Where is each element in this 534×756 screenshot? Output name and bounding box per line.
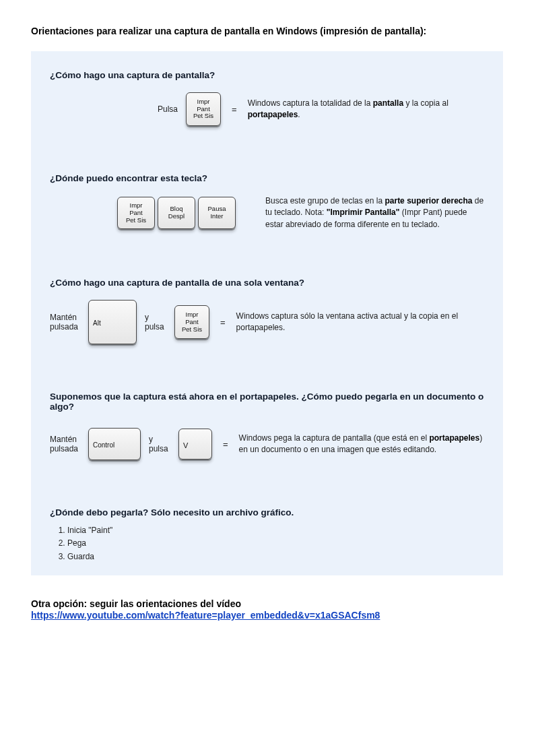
footer-text: Otra opción: seguir las orientaciones de… <box>31 598 503 609</box>
list-item: Inicia "Paint" <box>67 524 484 537</box>
v-key-icon: V <box>178 429 212 460</box>
q4-manten-label: Mantén pulsada <box>50 435 80 453</box>
text-fragment: y la copia al <box>403 98 448 108</box>
q1-heading: ¿Cómo hago una captura de pantalla? <box>50 70 484 80</box>
text-bold: portapapeles <box>429 433 479 443</box>
text-fragment: Windows pega la captura de pantalla (que… <box>239 433 430 443</box>
key-line: Pant <box>185 319 199 326</box>
text-bold: pantalla <box>373 98 403 108</box>
alt-key-icon: Alt <box>88 300 137 344</box>
q3-row: Mantén pulsada Alt y pulsa Impr Pant Pet… <box>50 300 484 344</box>
key-line: Impr <box>197 98 210 106</box>
text-fragment: Windows captura la totalidad de la <box>248 98 373 108</box>
key-group-icon: Impr Pant Pet Sis Bloq Despl Pausa Inter <box>117 197 236 229</box>
key-line: V <box>179 439 188 450</box>
key-line: Pet Sis <box>182 326 202 334</box>
page-title: Orientaciones para realizar una captura … <box>31 26 503 36</box>
q5-steps-list: Inicia "Paint" Pega Guarda <box>50 524 484 563</box>
key-line: Pet Sis <box>126 217 146 224</box>
key-line: Control <box>89 439 114 449</box>
control-key-icon: Control <box>88 428 141 460</box>
text-fragment: . <box>298 110 300 119</box>
q4-description: Windows pega la captura de pantalla (que… <box>239 433 484 456</box>
key-line: Alt <box>89 317 101 327</box>
scroll-lock-key-icon: Bloq Despl <box>158 197 195 229</box>
text-fragment: Busca este grupo de teclas en la <box>265 196 385 206</box>
key-line: Pant <box>129 210 143 217</box>
q4-row: Mantén pulsada Control y pulsa V = Windo… <box>50 428 484 460</box>
text-bold: parte superior derecha <box>385 196 472 206</box>
video-link[interactable]: https://www.youtube.com/watch?feature=pl… <box>31 610 380 621</box>
q2-description: Busca este grupo de teclas en la parte s… <box>265 195 484 230</box>
list-item: Pega <box>67 537 484 550</box>
q3-manten-label: Mantén pulsada <box>50 313 80 332</box>
print-screen-key-icon: Impr Pant Pet Sis <box>117 197 155 229</box>
key-line: Inter <box>210 213 223 220</box>
q2-row: Impr Pant Pet Sis Bloq Despl Pausa Inter… <box>50 195 484 230</box>
text-bold: portapapeles <box>248 110 298 119</box>
q3-heading: ¿Cómo hago una captura de pantalla de un… <box>50 278 484 288</box>
q3-ypulsa-label: y pulsa <box>145 313 166 332</box>
q1-description: Windows captura la totalidad de la panta… <box>248 98 484 121</box>
equals-icon: = <box>229 104 240 115</box>
text-bold: "Imprimir Pantalla" <box>327 208 400 217</box>
q4-heading: Suponemos que la captura está ahora en e… <box>50 391 484 412</box>
instructions-panel: ¿Cómo hago una captura de pantalla? Puls… <box>31 51 503 575</box>
key-line: Impr <box>130 202 143 210</box>
pause-key-icon: Pausa Inter <box>198 197 236 229</box>
print-screen-key-icon: Impr Pant Pet Sis <box>186 92 221 126</box>
equals-icon: = <box>220 439 231 449</box>
key-line: Despl <box>168 213 185 220</box>
key-line: Pet Sis <box>193 113 213 120</box>
q1-pulsa-label: Pulsa <box>158 104 178 114</box>
q5-heading: ¿Dónde debo pegarla? Sólo necesito un ar… <box>50 507 484 517</box>
equals-icon: = <box>218 317 228 327</box>
print-screen-key-icon: Impr Pant Pet Sis <box>174 305 209 339</box>
q1-row: Pulsa Impr Pant Pet Sis = Windows captur… <box>50 92 484 126</box>
q3-description: Windows captura sólo la ventana activa a… <box>236 311 484 334</box>
list-item: Guarda <box>67 550 484 563</box>
q2-heading: ¿Dónde puedo encontrar esta tecla? <box>50 173 484 183</box>
q4-ypulsa-label: y pulsa <box>149 435 170 453</box>
